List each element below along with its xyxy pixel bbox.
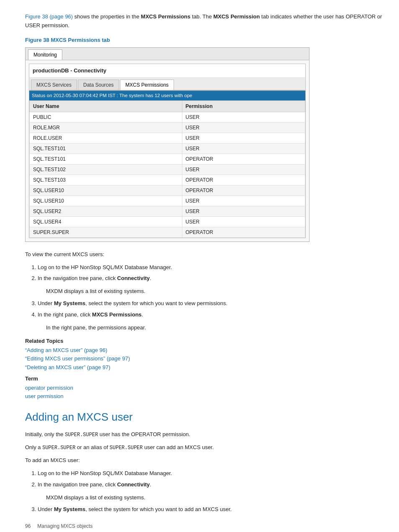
intro-text-middle2: tab. The (190, 13, 213, 20)
term-title: Term (25, 375, 382, 383)
footer-text: Managing MXCS objects (37, 522, 92, 530)
username-cell: SQL.USER4 (30, 216, 182, 227)
table-row: SQL.TEST101USER (30, 143, 305, 154)
link-adding-mxcs-user[interactable]: “Adding an MXCS user” (page 96) (25, 346, 382, 355)
table-row: SQL.USER10OPERATOR (30, 185, 305, 195)
username-cell: SUPER.SUPER (30, 227, 182, 237)
table-row: SQL.USER4USER (30, 216, 305, 227)
permission-cell: USER (182, 206, 305, 216)
table-row: SUPER.SUPEROPERATOR (30, 227, 305, 237)
add-para-1: Initially, only the SUPER.SUPER user has… (25, 430, 382, 439)
table-row: SQL.TEST101OPERATOR (30, 154, 305, 164)
add-steps-list-2: Under My Systems, select the system for … (38, 505, 382, 514)
view-step-4: In the right pane, click MXCS Permission… (38, 311, 382, 319)
add-steps-list: Log on to the HP NonStop SQL/MX Database… (38, 469, 382, 489)
table-row: PUBLICUSER (30, 112, 305, 122)
add-step-1: Log on to the HP NonStop SQL/MX Database… (38, 469, 382, 478)
username-cell: SQL.USER2 (30, 206, 182, 216)
permission-cell: USER (182, 164, 305, 175)
view-step-2: In the navigation tree pane, click Conne… (38, 274, 382, 283)
add-sub-1: MXDM displays a list of existing systems… (46, 493, 382, 502)
username-cell: SQL.TEST103 (30, 175, 182, 185)
username-cell: SQL.TEST102 (30, 164, 182, 175)
term-links: operator permission user permission (25, 384, 382, 401)
permission-cell: OPERATOR (182, 175, 305, 185)
table-row: ROLE.MGRUSER (30, 122, 305, 133)
outer-tab-bar: Monitoring (26, 48, 309, 60)
related-topics-links: “Adding an MXCS user” (page 96) “Editing… (25, 346, 382, 372)
permission-cell: USER (182, 133, 305, 143)
view-steps-list: Log on to the HP NonStop SQL/MX Database… (38, 263, 382, 283)
bold-mxcs-permission: MXCS Permission (213, 13, 260, 20)
tab-mxcs-services[interactable]: MXCS Services (31, 80, 77, 90)
username-cell: SQL.TEST101 (30, 154, 182, 164)
table-row: SQL.USER10USER (30, 195, 305, 206)
monitoring-tab[interactable]: Monitoring (28, 49, 62, 60)
tab-data-sources[interactable]: Data Sources (78, 80, 119, 90)
add-step-2: In the navigation tree pane, click Conne… (38, 481, 382, 489)
related-topics-section: Related Topics “Adding an MXCS user” (pa… (25, 337, 382, 401)
table-row: SQL.TEST103OPERATOR (30, 175, 305, 185)
bold-mxcs-permissions: MXCS Permissions (141, 13, 191, 20)
table-row: SQL.TEST102USER (30, 164, 305, 175)
link-user-permission[interactable]: user permission (25, 392, 382, 401)
permission-cell: USER (182, 112, 305, 122)
permission-cell: USER (182, 122, 305, 133)
page-footer: 96 Managing MXCS objects (25, 522, 382, 530)
related-topics-title: Related Topics (25, 337, 382, 345)
figure-link[interactable]: Figure 38 (page 96) (25, 13, 73, 20)
link-editing-mxcs-permissions[interactable]: “Editing MXCS user permissions” (page 97… (25, 355, 382, 363)
screenshot-box: Monitoring productionDB - Connectivity M… (25, 47, 309, 242)
username-cell: ROLE.MGR (30, 122, 182, 133)
status-bar: Status on 2012-05-30 07:04:42 PM IST : T… (29, 91, 305, 100)
add-para-2: Only a SUPER.SUPER or an alias of SUPER.… (25, 443, 382, 452)
permission-cell: OPERATOR (182, 154, 305, 164)
link-deleting-mxcs-user[interactable]: “Deleting an MXCS user” (page 97) (25, 363, 382, 372)
view-sub-2: In the right pane, the permissions appea… (46, 324, 382, 332)
username-cell: SQL.TEST101 (30, 143, 182, 154)
permission-cell: USER (182, 216, 305, 227)
view-step-1: Log on to the HP NonStop SQL/MX Database… (38, 263, 382, 272)
tab-mxcs-permissions[interactable]: MXCS Permissions (120, 80, 174, 90)
inner-window: productionDB - Connectivity MXCS Service… (29, 64, 306, 238)
col-header-permission: Permission (182, 100, 305, 112)
section-heading: Adding an MXCS user (25, 409, 382, 425)
add-para-3: To add an MXCS user: (25, 456, 382, 465)
figure-caption: Figure 38 MXCS Permissions tab (25, 36, 382, 44)
inner-title: productionDB - Connectivity (29, 64, 305, 78)
footer-page-num: 96 (25, 522, 31, 530)
table-row: SQL.USER2USER (30, 206, 305, 216)
username-cell: PUBLIC (30, 112, 182, 122)
col-header-username: User Name (30, 100, 182, 112)
view-users-intro: To view the current MXCS users: (25, 250, 382, 259)
table-row: ROLE.USERUSER (30, 133, 305, 143)
permission-cell: OPERATOR (182, 185, 305, 195)
view-sub-1: MXDM displays a list of existing systems… (46, 287, 382, 296)
view-steps-list-2: Under My Systems, select the system for … (38, 299, 382, 319)
add-step-3: Under My Systems, select the system for … (38, 505, 382, 514)
intro-paragraph: Figure 38 (page 96) shows the properties… (25, 13, 382, 30)
username-cell: ROLE.USER (30, 133, 182, 143)
permissions-table: User Name Permission PUBLICUSERROLE.MGRU… (29, 100, 305, 238)
link-operator-permission[interactable]: operator permission (25, 384, 382, 392)
intro-text-middle: shows the properties in the (74, 13, 141, 20)
permission-cell: USER (182, 143, 305, 154)
inner-tab-bar: MXCS Services Data Sources MXCS Permissi… (29, 78, 305, 91)
username-cell: SQL.USER10 (30, 195, 182, 206)
view-step-3: Under My Systems, select the system for … (38, 299, 382, 308)
permission-cell: USER (182, 195, 305, 206)
username-cell: SQL.USER10 (30, 185, 182, 195)
permission-cell: OPERATOR (182, 227, 305, 237)
